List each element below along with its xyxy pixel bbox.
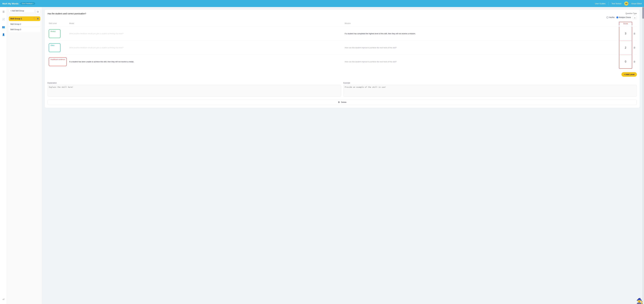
- feedback-button[interactable]: Give Feedback •: [20, 2, 35, 5]
- header-actions: [632, 22, 637, 25]
- delete-row-icon-1[interactable]: 🗑: [633, 32, 636, 35]
- mission-cell-1: If a student has completed the highest l…: [344, 27, 619, 40]
- level-cell-2: Often: [48, 41, 68, 54]
- scroll-thumb[interactable]: [642, 7, 644, 19]
- logout-icon[interactable]: ⏎: [1, 297, 6, 302]
- radio-multiple-choice-label: Multiple Choice: [619, 16, 631, 18]
- example-column: Example: [343, 82, 637, 97]
- radio-multiple-choice[interactable]: Multiple Choice: [616, 16, 631, 18]
- user-guides-link[interactable]: User Guides: [595, 2, 606, 5]
- mission-text-1: If a student has completed the highest l…: [345, 33, 416, 35]
- skill-group-label-3: Skill Group 3: [10, 28, 21, 30]
- feedback-dot: •: [33, 3, 34, 4]
- add-skill-group-button[interactable]: + Add Skill Group: [9, 9, 35, 13]
- header-right: User Guides Test School GR Grace Elliott: [595, 1, 642, 5]
- radio-yes-no[interactable]: Yes/No: [606, 16, 614, 18]
- table-row-3: Insufficient evidence If a student has b…: [48, 54, 637, 69]
- school-name: Test School: [612, 2, 621, 5]
- table-row-2: Often What positive feedback would you g…: [48, 40, 637, 54]
- header-skill-level: Skill Level: [48, 22, 68, 25]
- app-logo: Mark My Words: [2, 2, 18, 5]
- level-badge-often: Often: [49, 43, 60, 52]
- score-cell-3: 0: [619, 55, 632, 69]
- table-row-1: Always What positive feedback would you …: [48, 26, 637, 40]
- delete-row-icon-2[interactable]: 🗑: [633, 46, 636, 49]
- delete-icon: 🗑: [338, 101, 340, 103]
- skill-sidebar-top: + Add Skill Group ⊡: [9, 9, 40, 15]
- levels-section: Skill Level Medal Mission Score Always W…: [48, 22, 637, 69]
- medal-cell-2: What positive feedback would you give a …: [68, 41, 344, 54]
- medal-cell-3: If a student has been unable to achieve …: [68, 55, 344, 69]
- question-text: Has the student used correct punctuation…: [48, 12, 604, 15]
- radio-yes-no-circle: [606, 16, 608, 18]
- level-badge-always: Always: [49, 29, 60, 38]
- main-content: Has the student used correct punctuation…: [42, 7, 642, 304]
- sidebar-toggle-icon[interactable]: ☰: [1, 9, 6, 14]
- mission-placeholder-3: How can this student improve to achieve …: [345, 61, 397, 63]
- people-icon[interactable]: 👥: [1, 24, 6, 29]
- explanation-column: Explanation: [48, 82, 341, 97]
- app-header: Mark My Words Give Feedback • User Guide…: [0, 0, 644, 7]
- level-cell-3: Insufficient evidence: [48, 55, 68, 69]
- scroll-track[interactable]: [642, 7, 644, 304]
- skill-group-item-3[interactable]: Skill Group 3: [9, 27, 40, 32]
- medal-cell-1: What positive feedback would you give a …: [68, 27, 344, 40]
- radio-yes-no-label: Yes/No: [609, 16, 614, 18]
- level-cell-1: Always: [48, 27, 68, 40]
- header-left: Mark My Words Give Feedback •: [2, 2, 35, 5]
- mission-cell-3: How can this student improve to achieve …: [344, 55, 619, 69]
- skill-group-actions-1: ✏️ 🗑: [34, 17, 39, 20]
- collapse-card-button[interactable]: ⌄: [633, 15, 637, 19]
- score-cell-2: 2: [619, 41, 632, 54]
- mascot-character: 🧙: [636, 298, 643, 304]
- avatar: GR: [624, 1, 628, 5]
- header-score: Score: [619, 22, 632, 25]
- example-input[interactable]: [343, 85, 637, 97]
- skill-card: Has the student used correct punctuation…: [44, 9, 640, 108]
- feedback-label: Give Feedback: [22, 3, 33, 4]
- user-name: Grace Elliott: [631, 2, 642, 5]
- explanation-input[interactable]: [48, 85, 341, 97]
- documents-icon[interactable]: 📄: [1, 17, 6, 22]
- radio-multiple-choice-circle: [616, 16, 618, 18]
- medal-placeholder-2: What positive feedback would you give a …: [69, 47, 124, 49]
- explanation-section: Explanation Example: [48, 79, 637, 97]
- explanation-label: Explanation: [48, 82, 341, 84]
- edit-skill-group-icon-1[interactable]: ✏️: [34, 17, 36, 20]
- mascot: 🧙: [635, 292, 644, 304]
- medal-text-3: If a student has been unable to achieve …: [69, 61, 134, 63]
- delete-skill-button[interactable]: 🗑 Delete: [48, 99, 637, 105]
- question-type-label: Question Type: [626, 12, 637, 14]
- example-label: Example: [343, 82, 637, 84]
- medal-placeholder-1: What positive feedback would you give a …: [69, 33, 124, 35]
- score-cell-1: 3: [619, 27, 632, 40]
- table-header-row: Skill Level Medal Mission Score: [48, 22, 637, 25]
- header-mission: Mission: [344, 22, 619, 25]
- delete-skill-group-icon-1[interactable]: 🗑: [37, 17, 39, 20]
- header-medal: Medal: [68, 22, 344, 25]
- question-type-section: Question Type Yes/No Multiple Choice ⌄: [606, 12, 637, 19]
- skill-group-label-1: Skill Group 1: [10, 17, 22, 20]
- add-level-button[interactable]: + Add Level: [622, 72, 637, 77]
- delete-row-1[interactable]: 🗑: [632, 27, 637, 40]
- skill-sidebar: + Add Skill Group ⊡ Skill Group 1 ✏️ 🗑 S…: [7, 7, 42, 304]
- skill-group-item-2[interactable]: Skill Group 2: [9, 22, 40, 26]
- add-level-row: + Add Level: [48, 70, 637, 77]
- icon-sidebar: ☰ 📄 👥 👤 ⏎: [0, 7, 7, 304]
- delete-label: Delete: [341, 101, 346, 103]
- collapse-sidebar-icon[interactable]: ⊡: [36, 9, 40, 14]
- question-type-options: Yes/No Multiple Choice ⌄: [606, 15, 637, 19]
- person-icon[interactable]: 👤: [1, 32, 6, 37]
- skill-group-item-1[interactable]: Skill Group 1 ✏️ 🗑: [9, 16, 40, 21]
- delete-row-2[interactable]: 🗑: [632, 41, 637, 54]
- app-layout: ☰ 📄 👥 👤 ⏎ + Add Skill Group ⊡ Skill Grou…: [0, 0, 644, 304]
- mission-cell-2: How can this student improve to achieve …: [344, 41, 619, 54]
- level-badge-insufficient: Insufficient evidence: [49, 57, 67, 66]
- delete-row-icon-3[interactable]: 🗑: [633, 60, 636, 63]
- skill-group-label-2: Skill Group 2: [10, 23, 21, 25]
- delete-row-3[interactable]: 🗑: [632, 55, 637, 69]
- mission-placeholder-2: How can this student improve to achieve …: [345, 47, 397, 49]
- question-row: Has the student used correct punctuation…: [48, 12, 637, 19]
